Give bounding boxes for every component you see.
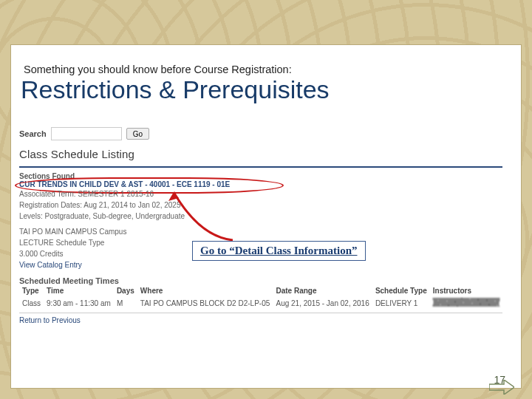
search-row: Search Go: [19, 127, 502, 140]
scheduled-meetings-header: Scheduled Meeting Times: [19, 276, 502, 285]
svg-marker-1: [489, 380, 514, 395]
col-instructors: Instructors: [430, 285, 502, 296]
callout-text: Go to “Detail Class Information”: [200, 245, 358, 256]
search-input[interactable]: [51, 127, 122, 140]
col-where: Where: [137, 285, 273, 296]
slide-pretitle: Something you should know before Course …: [24, 64, 292, 75]
divider: [19, 166, 502, 168]
cell-range: Aug 21, 2015 - Jan 02, 2016: [273, 296, 372, 310]
view-catalog-link[interactable]: View Catalog Entry: [19, 259, 502, 270]
cell-schedtype: DELIVERY 1: [372, 296, 430, 310]
cell-type: Class: [19, 296, 44, 310]
col-range: Date Range: [273, 285, 372, 296]
slide-title: Restrictions & Prerequisites: [21, 75, 330, 104]
callout-box: Go to “Detail Class Information”: [192, 241, 366, 261]
table-header-row: Type Time Days Where Date Range Schedule…: [19, 285, 502, 296]
col-days: Days: [114, 285, 137, 296]
course-section-link[interactable]: CUR TRENDS IN CHILD DEV & AST - 40001 - …: [19, 180, 502, 188]
meta-term: Associated Term: SEMESTER 1 2015-16: [19, 188, 502, 200]
table-row: Class 9:30 am - 11:30 am M TAI PO CAMPUS…: [19, 296, 502, 310]
cell-where: TAI PO CAMPUS BLOCK D2 D2-LP-05: [137, 296, 273, 310]
col-time: Time: [44, 285, 114, 296]
listing-header: Class Schedule Listing: [19, 148, 502, 160]
go-button[interactable]: Go: [126, 128, 149, 140]
cell-instructors: [430, 296, 502, 310]
cell-days: M: [114, 296, 137, 310]
embedded-screenshot: Search Go Class Schedule Listing Section…: [19, 127, 502, 349]
thin-divider: [19, 313, 502, 313]
schedule-table: Type Time Days Where Date Range Schedule…: [19, 285, 502, 310]
col-schedtype: Schedule Type: [372, 285, 430, 296]
course-link-text: CUR TRENDS IN CHILD DEV & AST - 40001 - …: [19, 180, 230, 188]
search-label: Search: [19, 129, 47, 138]
col-type: Type: [19, 285, 44, 296]
meta-reg-dates: Registration Dates: Aug 21, 2014 to Jan …: [19, 200, 502, 211]
meta-campus: TAI PO MAIN CAMPUS Campus: [19, 226, 502, 237]
return-link[interactable]: Return to Previous: [19, 316, 502, 324]
meta-levels: Levels: Postgraduate, Sub-degree, Underg…: [19, 211, 502, 222]
cell-time: 9:30 am - 11:30 am: [44, 296, 114, 310]
sections-found-label: Sections Found: [19, 172, 502, 180]
next-slide-arrow-icon[interactable]: [489, 380, 514, 395]
